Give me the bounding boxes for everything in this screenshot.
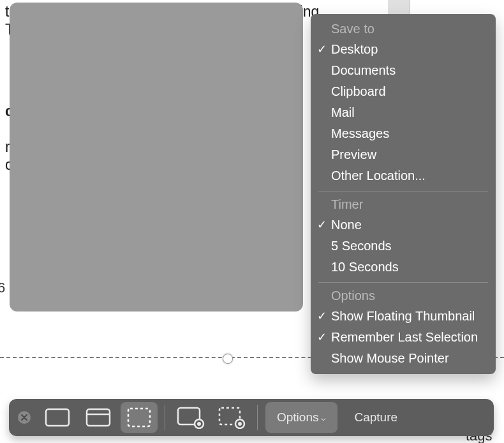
- menu-item-clipboard[interactable]: Clipboard: [311, 81, 496, 102]
- menu-item-mail[interactable]: Mail: [311, 102, 496, 123]
- menu-item-documents[interactable]: Documents: [311, 60, 496, 81]
- menu-item-label: Show Floating Thumbnail: [331, 309, 475, 323]
- screenshot-thumbnail: [10, 3, 303, 312]
- check-icon: ✓: [317, 309, 327, 323]
- record-selected-portion-button[interactable]: [213, 402, 250, 433]
- menu-item-timer-5s[interactable]: 5 Seconds: [311, 236, 496, 257]
- menu-item-label: Desktop: [331, 42, 378, 56]
- menu-item-show-mouse-pointer[interactable]: Show Mouse Pointer: [311, 348, 496, 369]
- selection-handle[interactable]: [223, 354, 233, 364]
- check-icon: ✓: [317, 218, 327, 232]
- window-icon: [85, 407, 111, 428]
- record-selection-icon: [218, 406, 246, 429]
- menu-item-label: 5 Seconds: [331, 239, 392, 253]
- menu-item-timer-10s[interactable]: 10 Seconds: [311, 257, 496, 278]
- menu-item-label: Other Location...: [331, 169, 426, 183]
- screen-icon: [45, 407, 70, 428]
- capture-entire-screen-button[interactable]: [39, 402, 76, 433]
- options-menu: Save to ✓Desktop Documents Clipboard Mai…: [311, 14, 496, 374]
- options-label: Options: [277, 410, 318, 424]
- close-icon: [21, 414, 27, 421]
- menu-item-label: Preview: [331, 147, 376, 161]
- menu-item-label: None: [331, 218, 362, 232]
- capture-label: Capture: [354, 410, 397, 424]
- menu-separator: [318, 282, 488, 283]
- record-screen-icon: [177, 406, 205, 429]
- menu-item-label: 10 Seconds: [331, 260, 399, 274]
- selection-icon: [126, 407, 152, 428]
- capture-selected-portion-button[interactable]: [121, 402, 158, 433]
- menu-item-desktop[interactable]: ✓Desktop: [311, 39, 496, 60]
- menu-separator: [318, 191, 488, 191]
- menu-item-other-location[interactable]: Other Location...: [311, 165, 496, 186]
- options-button[interactable]: Options ⌵: [265, 402, 337, 433]
- menu-section-options: Options: [311, 287, 496, 306]
- svg-rect-0: [46, 409, 69, 426]
- menu-item-label: Show Mouse Pointer: [331, 351, 449, 365]
- svg-rect-3: [128, 409, 150, 426]
- menu-item-label: Remember Last Selection: [331, 330, 478, 344]
- close-button[interactable]: [18, 411, 31, 424]
- menu-item-remember-selection[interactable]: ✓Remember Last Selection: [311, 327, 496, 348]
- screenshot-toolbar: Options ⌵ Capture: [9, 399, 494, 436]
- menu-item-messages[interactable]: Messages: [311, 123, 496, 144]
- check-icon: ✓: [317, 330, 327, 344]
- menu-section-timer: Timer: [311, 196, 496, 214]
- check-icon: ✓: [317, 42, 327, 56]
- menu-item-label: Documents: [331, 63, 396, 77]
- menu-section-save-to: Save to: [311, 20, 496, 39]
- svg-point-9: [238, 422, 242, 426]
- toolbar-separator: [165, 405, 165, 430]
- chevron-down-icon: ⌵: [321, 413, 326, 423]
- menu-item-floating-thumbnail[interactable]: ✓Show Floating Thumbnail: [311, 306, 496, 327]
- svg-rect-1: [87, 409, 110, 426]
- menu-item-label: Clipboard: [331, 84, 386, 98]
- toolbar-separator: [257, 405, 258, 430]
- bg-number: 6: [0, 280, 5, 296]
- capture-button[interactable]: Capture: [343, 402, 409, 433]
- menu-item-preview[interactable]: Preview: [311, 144, 496, 165]
- menu-item-timer-none[interactable]: ✓None: [311, 214, 496, 236]
- menu-item-label: Messages: [331, 126, 389, 140]
- menu-item-label: Mail: [331, 105, 355, 119]
- svg-point-6: [197, 422, 201, 426]
- record-entire-screen-button[interactable]: [172, 402, 209, 433]
- capture-selected-window-button[interactable]: [80, 402, 117, 433]
